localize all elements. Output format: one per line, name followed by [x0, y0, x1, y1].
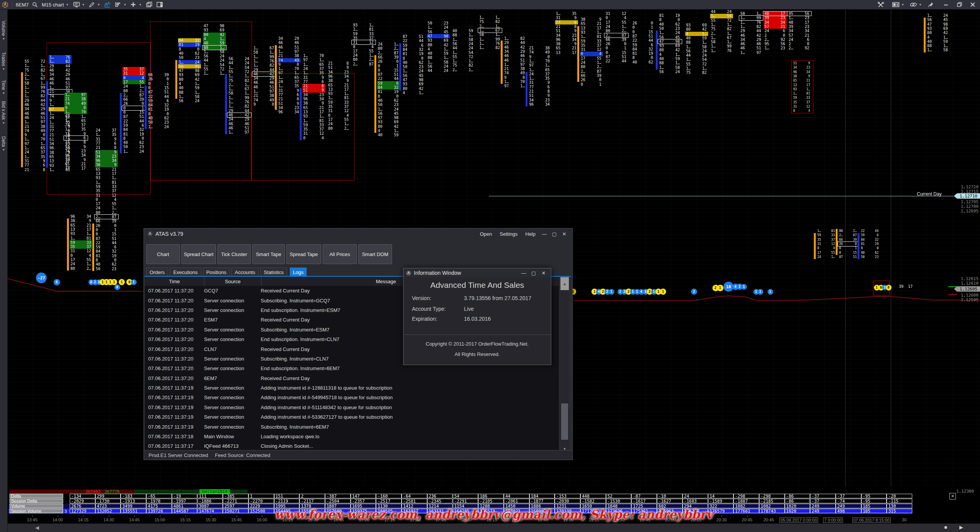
chevron-down-icon[interactable]: ▼ — [139, 3, 142, 7]
chevron-down-icon[interactable]: ▼ — [919, 3, 922, 7]
log-row[interactable]: 07.06.2017 11:37:19Server connectionAddi… — [145, 412, 559, 422]
delta-bubble: 1 — [660, 289, 666, 295]
delta-bubble: 1 — [741, 284, 747, 290]
panel-close-icon[interactable]: ✕ — [949, 493, 956, 499]
toolbar-separator — [12, 2, 12, 8]
sidebar-item-volume[interactable]: Volume ▼ — [1, 21, 6, 41]
info-window-title-bar[interactable]: Information Window — ▢ ✕ — [403, 268, 551, 277]
minimize-button[interactable]: — — [539, 231, 549, 237]
time-label: 20:45 — [742, 517, 753, 522]
tab-accounts[interactable]: Accounts — [231, 268, 259, 276]
delta-bubble: 1 — [609, 289, 614, 295]
sidebar-item-trades[interactable]: Trades ▼ — [1, 52, 6, 71]
pencil-icon[interactable] — [88, 1, 96, 8]
sidebar-item-time[interactable]: Time ▼ — [1, 80, 6, 95]
information-window[interactable]: Information Window — ▢ ✕ Advanced Time A… — [403, 268, 551, 365]
minimize-button[interactable]: — — [519, 270, 529, 276]
maximize-button[interactable]: ▢ — [529, 270, 539, 276]
scroll-left-arrow[interactable]: ◀ — [35, 525, 39, 530]
menu-settings[interactable]: Settings — [500, 231, 518, 237]
window-button-tick-cluster[interactable]: Tick Cluster — [217, 244, 251, 264]
log-row[interactable]: 07.06.2017 11:37:19Server connectionAddi… — [145, 403, 559, 412]
chevron-down-icon[interactable]: ▼ — [82, 3, 85, 7]
chevron-down-icon[interactable]: ▼ — [124, 3, 127, 7]
indicator-cell: -95 — [861, 494, 887, 498]
window-button-smart-tape[interactable]: Smart Tape — [252, 244, 285, 264]
sidebar-item-bidxask[interactable]: Bid x Ask ▼ — [1, 101, 6, 125]
tab-executions[interactable]: Executions — [170, 268, 201, 276]
cluster-annotation: 17 — [908, 284, 913, 289]
server-status: Prod.E1 Server Connected — [149, 452, 208, 458]
indicator-cell: -1603 — [683, 499, 708, 503]
log-row[interactable]: 07.06.2017 11:37:18Main WindowLoading wo… — [145, 432, 559, 441]
log-message: Received Current Day — [261, 375, 559, 381]
tab-statistics[interactable]: Statistics — [260, 268, 287, 276]
log-row[interactable]: 07.06.2017 11:37:19Server connectionSubs… — [145, 422, 559, 431]
time-tick — [185, 515, 186, 517]
log-row[interactable]: 07.06.2017 11:37:19Server connectionAddi… — [145, 393, 559, 402]
delta-bubble: 2 — [691, 289, 697, 295]
delta-bubble: 8 — [886, 285, 892, 290]
delta-bubble: 6 — [54, 279, 60, 286]
price-axis-label: 1,12595 — [961, 297, 978, 302]
menu-open[interactable]: Open — [480, 231, 492, 237]
indicator-cell: -86 — [785, 499, 810, 503]
sidebar-item-delta[interactable]: Delta ▼ — [1, 136, 6, 152]
window-button-spread-chart[interactable]: Spread Chart — [181, 244, 216, 264]
log-row[interactable]: 07.06.2017 11:37:206EM7Received Current … — [145, 374, 559, 383]
log-row[interactable]: 07.06.2017 11:37:17IQFeed 466713Closing … — [145, 441, 559, 451]
log-source: Main Window — [204, 434, 261, 439]
scrollbar-thumb[interactable] — [561, 403, 568, 440]
chevron-down-icon[interactable]: ▼ — [97, 3, 100, 7]
replay-controls[interactable]: ■ ▶ — [944, 524, 969, 530]
tab-positions[interactable]: Positions — [203, 268, 230, 276]
tab-logs[interactable]: Logs — [290, 268, 307, 276]
info-field-value: 3.79.13556 from 27.05.2017 — [464, 295, 531, 301]
log-source: Server connection — [204, 298, 261, 304]
minimize-window-icon[interactable] — [942, 1, 950, 8]
close-button[interactable]: ✕ — [559, 231, 569, 237]
dialog-title-bar[interactable]: ATAS v3.79 Open Settings Help — ▢ ✕ — [144, 228, 572, 239]
add-indicator-icon[interactable] — [129, 1, 137, 8]
search-icon[interactable] — [31, 1, 39, 8]
indicator-cell: 1020 — [785, 509, 810, 513]
cluster-mode-icon[interactable] — [114, 1, 122, 8]
window-button-chart[interactable]: Chart — [146, 244, 180, 264]
horizontal-scrollbar[interactable]: ◀ ■ ▶ — [7, 524, 980, 532]
tab-orders[interactable]: Orders — [146, 268, 168, 276]
link-icon[interactable] — [910, 1, 917, 8]
copyright-line-2: All Rights Reserved. — [403, 351, 551, 357]
time-tick — [58, 515, 58, 517]
close-window-icon[interactable] — [969, 1, 977, 8]
time-tick — [747, 515, 748, 517]
log-table-scrollbar[interactable]: ▲ ▼ — [560, 277, 569, 452]
instrument-label[interactable]: 6EM7 — [16, 2, 29, 8]
chevron-down-icon[interactable]: ▼ — [66, 3, 69, 7]
line-chart-icon[interactable] — [103, 1, 111, 8]
log-row[interactable]: 07.06.2017 11:37:19Server connectionAddi… — [145, 383, 559, 393]
window-button-spread-tape[interactable]: Spread Tape — [286, 244, 321, 264]
restore-window-icon[interactable] — [956, 1, 963, 8]
layout-panel-icon[interactable] — [156, 1, 163, 8]
monitor-icon[interactable] — [73, 1, 80, 8]
pin-icon[interactable] — [927, 1, 935, 8]
column-header-source[interactable]: Source — [204, 277, 261, 286]
timeframe-selector[interactable]: M15 chart — [42, 2, 64, 8]
duplicate-window-icon[interactable] — [145, 1, 153, 8]
log-source: IQFeed 466713 — [204, 443, 261, 449]
scroll-up-arrow[interactable]: ▲ — [560, 277, 569, 290]
close-button[interactable]: ✕ — [539, 270, 549, 276]
column-header-time[interactable]: Time — [145, 277, 204, 286]
indicator-cell: 44 — [504, 494, 529, 498]
window-button-smart-dom[interactable]: Smart DOM — [358, 244, 392, 264]
maximize-button[interactable]: ▢ — [549, 231, 559, 237]
menu-help[interactable]: Help — [525, 231, 536, 237]
indicator-cell: 185 — [861, 504, 887, 508]
indicator-cell: -183 — [121, 494, 146, 498]
tools-icon[interactable] — [877, 1, 885, 8]
chevron-down-icon[interactable]: ▼ — [901, 3, 904, 7]
window-button-all-prices[interactable]: All Prices — [323, 244, 357, 264]
window-list-icon[interactable] — [892, 1, 900, 8]
indicator-cell: 185 — [861, 509, 887, 513]
time-tick — [160, 515, 160, 517]
